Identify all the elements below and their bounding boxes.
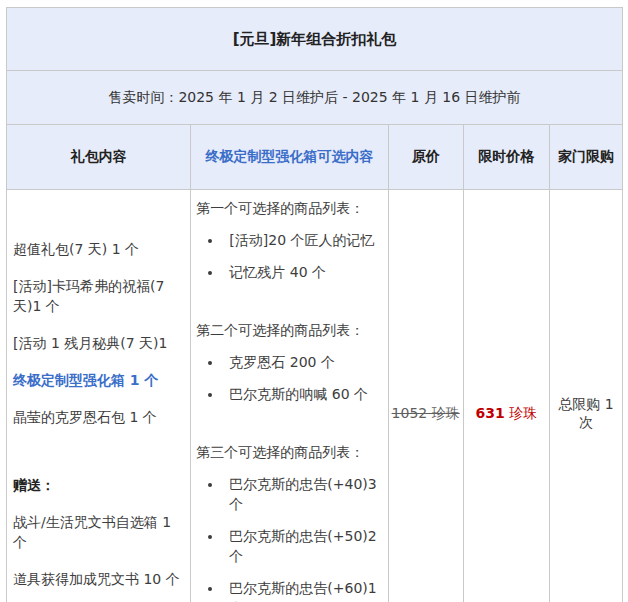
option-list: 克罗恩石 200 个 巴尔克斯的呐喊 60 个 bbox=[196, 352, 383, 404]
purchase-limit-text: 总限购 1 次 bbox=[558, 396, 613, 430]
title-row: [元旦]新年组合折扣礼包 bbox=[7, 8, 623, 71]
original-price-value: 1052 珍珠 bbox=[392, 405, 460, 421]
promo-package-table: [元旦]新年组合折扣礼包 售卖时间：2025 年 1 月 2 日维护后 - 20… bbox=[6, 7, 623, 602]
gift-item: 战斗/生活咒文书自选箱 1 个 bbox=[13, 512, 186, 552]
limited-price-unit: 珍珠 bbox=[509, 405, 537, 421]
column-header-family-limit: 家门限购 bbox=[549, 125, 622, 190]
option-group-1: 第一个可选择的商品列表： [活动]20 个匠人的记忆 记忆残片 40 个 bbox=[196, 198, 383, 282]
limited-price-cell: 631 珍珠 bbox=[463, 190, 549, 602]
package-data-row: 超值礼包(7 天) 1 个 [活动]卡玛希弗的祝福(7 天)1 个 [活动 1 … bbox=[7, 190, 623, 602]
option-list: 巴尔克斯的忠告(+40)3 个 巴尔克斯的忠告(+50)2 个 巴尔克斯的忠告(… bbox=[196, 474, 383, 602]
sale-time-text: 售卖时间：2025 年 1 月 2 日维护后 - 2025 年 1 月 16 日… bbox=[7, 71, 623, 125]
box-options-cell: 第一个可选择的商品列表： [活动]20 个匠人的记忆 记忆残片 40 个 第二个… bbox=[191, 190, 388, 602]
gift-item: 道具获得加成咒文书 10 个 bbox=[13, 569, 186, 589]
option-group-title: 第一个可选择的商品列表： bbox=[196, 198, 383, 218]
package-item: 超值礼包(7 天) 1 个 bbox=[13, 239, 186, 259]
option-list: [活动]20 个匠人的记忆 记忆残片 40 个 bbox=[196, 230, 383, 282]
option-item: 巴尔克斯的忠告(+60)1 个 bbox=[223, 578, 383, 602]
package-item: [活动 1 残月秘典(7 天)1 bbox=[13, 333, 186, 353]
column-header-limited-price: 限时价格 bbox=[463, 125, 549, 190]
limited-price-value: 631 珍珠 bbox=[475, 405, 537, 421]
option-item: 记忆残片 40 个 bbox=[223, 262, 383, 282]
option-group-title: 第二个可选择的商品列表： bbox=[196, 320, 383, 340]
option-item: 巴尔克斯的呐喊 60 个 bbox=[223, 384, 383, 404]
package-content-cell: 超值礼包(7 天) 1 个 [活动]卡玛希弗的祝福(7 天)1 个 [活动 1 … bbox=[7, 190, 191, 602]
limited-price-number: 631 bbox=[475, 405, 504, 421]
option-group-title: 第三个可选择的商品列表： bbox=[196, 442, 383, 462]
option-item: 巴尔克斯的忠告(+50)2 个 bbox=[223, 526, 383, 566]
package-item-highlight-link[interactable]: 终极定制型强化箱 1 个 bbox=[13, 370, 186, 390]
gift-section-label: 赠送： bbox=[13, 475, 186, 495]
option-item: [活动]20 个匠人的记忆 bbox=[223, 230, 383, 250]
option-item: 克罗恩石 200 个 bbox=[223, 352, 383, 372]
package-item: [活动]卡玛希弗的祝福(7 天)1 个 bbox=[13, 276, 186, 316]
package-item: 晶莹的克罗恩石包 1 个 bbox=[13, 407, 186, 427]
column-header-original-price: 原价 bbox=[388, 125, 463, 190]
column-header-row: 礼包内容 终极定制型强化箱可选内容 原价 限时价格 家门限购 bbox=[7, 125, 623, 190]
package-title: [元旦]新年组合折扣礼包 bbox=[7, 8, 623, 71]
original-price-cell: 1052 珍珠 bbox=[388, 190, 463, 602]
option-group-3: 第三个可选择的商品列表： 巴尔克斯的忠告(+40)3 个 巴尔克斯的忠告(+50… bbox=[196, 442, 383, 602]
option-group-2: 第二个可选择的商品列表： 克罗恩石 200 个 巴尔克斯的呐喊 60 个 bbox=[196, 320, 383, 404]
column-header-box-options-link[interactable]: 终极定制型强化箱可选内容 bbox=[191, 125, 388, 190]
purchase-limit-cell: 总限购 1 次 bbox=[549, 190, 622, 602]
sale-time-row: 售卖时间：2025 年 1 月 2 日维护后 - 2025 年 1 月 16 日… bbox=[7, 71, 623, 125]
column-header-package-content: 礼包内容 bbox=[7, 125, 191, 190]
option-item: 巴尔克斯的忠告(+40)3 个 bbox=[223, 474, 383, 514]
